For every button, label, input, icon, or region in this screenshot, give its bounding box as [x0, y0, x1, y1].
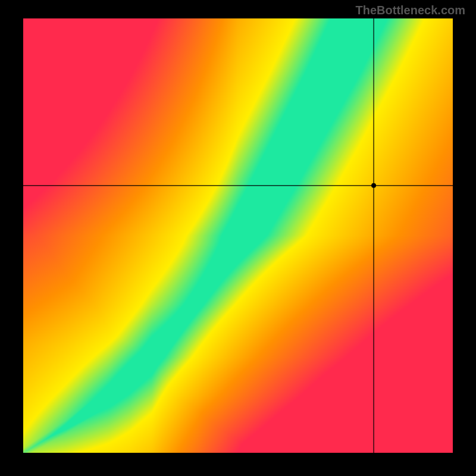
chart-container: TheBottleneck.com [0, 0, 476, 476]
watermark-label: TheBottleneck.com [356, 4, 465, 17]
bottleneck-heatmap [0, 0, 476, 476]
